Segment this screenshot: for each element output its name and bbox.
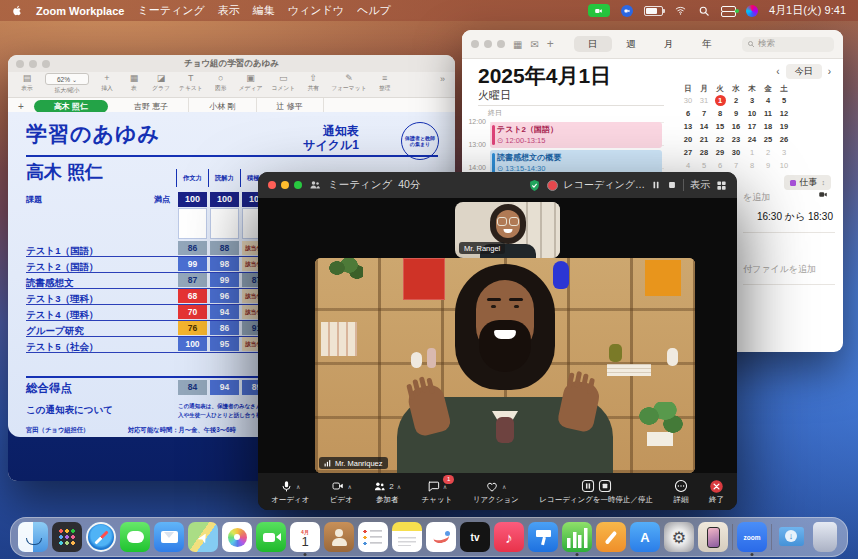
siri-icon[interactable] <box>746 5 758 17</box>
toolbar-table-button[interactable]: ▦表 <box>125 73 143 93</box>
mini-month-day[interactable]: 18 <box>760 120 776 133</box>
stop-recording-button-icon[interactable] <box>598 479 612 493</box>
view-segment[interactable]: 日 <box>574 36 612 52</box>
mini-month-day[interactable]: 22 <box>712 133 728 146</box>
screen-mirroring-icon[interactable] <box>721 6 735 15</box>
active-app-name[interactable]: Zoom Workplace <box>36 5 124 17</box>
dock-item-safari[interactable] <box>86 522 116 552</box>
mini-month-day[interactable]: 2 <box>728 94 744 107</box>
menu-item[interactable]: 表示 <box>218 3 240 18</box>
dock-item-facetime[interactable] <box>256 522 286 552</box>
mini-month-day[interactable]: 25 <box>760 133 776 146</box>
event-category-select[interactable]: 仕事 ↕ <box>784 175 832 190</box>
dock-item-appstore[interactable]: A <box>630 522 660 552</box>
sheet-tab[interactable]: 高木 照仁 <box>34 100 108 113</box>
view-segment[interactable]: 週 <box>612 36 650 52</box>
mini-month-day[interactable]: 7 <box>696 107 712 120</box>
more-control-button[interactable]: 詳細 <box>674 479 689 505</box>
toolbar-media-button[interactable]: ▣メディア <box>239 73 263 93</box>
zoom-level-select[interactable]: 62%⌄ <box>45 73 89 85</box>
mini-month-day[interactable]: 4 <box>680 159 696 172</box>
mini-month-day[interactable]: 16 <box>728 120 744 133</box>
view-segment[interactable]: 月 <box>650 36 688 52</box>
dock-item-numbers[interactable] <box>562 522 592 552</box>
mini-month-day[interactable]: 3 <box>744 94 760 107</box>
toolbar-format-button[interactable]: ✎フォーマット <box>331 73 366 93</box>
spotlight-search-icon[interactable] <box>698 5 710 17</box>
mini-month-day[interactable]: 28 <box>696 146 712 159</box>
numbers-titlebar[interactable]: チョウ組の学習のあゆみ <box>8 55 455 72</box>
mini-month-day[interactable]: 7 <box>728 159 744 172</box>
chevron-up-icon[interactable]: ∧ <box>348 483 352 490</box>
mini-month-day[interactable]: 6 <box>680 107 696 120</box>
chevron-up-icon[interactable]: ∧ <box>397 483 401 490</box>
dock-item-zoom[interactable]: zoom <box>737 522 767 552</box>
mini-month-day[interactable]: 6 <box>712 159 728 172</box>
menu-item[interactable]: ウィンドウ <box>288 3 344 18</box>
dock-item-iphone[interactable] <box>698 522 728 552</box>
next-button[interactable]: › <box>828 66 831 77</box>
dock-item-calendar[interactable]: 4月1 <box>290 522 320 552</box>
mini-month-day[interactable]: 1 <box>744 146 760 159</box>
people-control-button[interactable]: 2∧参加者 <box>373 479 401 505</box>
mini-month-day[interactable]: 29 <box>712 146 728 159</box>
toolbar-zoombox-button[interactable]: 62%⌄拡大/縮小 <box>45 73 89 95</box>
stop-recording-icon[interactable] <box>667 180 677 190</box>
dock-item-launchpad[interactable] <box>52 522 82 552</box>
mini-month-day[interactable]: 21 <box>696 133 712 146</box>
mini-month-day[interactable]: 20 <box>680 133 696 146</box>
dock-item-settings[interactable]: ⚙ <box>664 522 694 552</box>
dock-item-contacts[interactable] <box>324 522 354 552</box>
menu-item[interactable]: 編集 <box>253 3 275 18</box>
menu-item[interactable]: ヘルプ <box>357 3 391 18</box>
self-view-tile[interactable]: Mr. Rangel <box>455 202 560 258</box>
toolbar-panes-button[interactable]: ▤表示 <box>18 73 36 93</box>
mini-month-day[interactable]: 1 <box>712 94 728 107</box>
mini-month-day[interactable]: 5 <box>776 94 792 107</box>
window-controls[interactable] <box>471 40 505 48</box>
add-attachment-label[interactable]: 付ファイルを追加 <box>743 263 816 276</box>
mini-month-day[interactable]: 23 <box>728 133 744 146</box>
menu-bar-clock[interactable]: 4月1日(火) 9:41 <box>769 3 846 18</box>
chevron-up-icon[interactable]: ∧ <box>296 483 300 490</box>
view-segment[interactable]: 年 <box>688 36 726 52</box>
mini-month-day[interactable]: 13 <box>680 120 696 133</box>
menu-item[interactable]: ミーティング <box>137 3 204 18</box>
dock-item-downloads[interactable] <box>776 522 806 552</box>
view-grid-icon[interactable] <box>716 180 727 191</box>
dock-item-keynote[interactable] <box>528 522 558 552</box>
inbox-icon[interactable]: ✉ <box>530 39 538 50</box>
zoom-titlebar[interactable]: ミーティング40分 レコーディング… 表示 <box>258 172 737 198</box>
mini-month-day[interactable]: 12 <box>776 107 792 120</box>
mini-month-day[interactable]: 24 <box>744 133 760 146</box>
toolbar-chart-button[interactable]: ◪グラフ <box>152 73 170 93</box>
dock-item-pages[interactable] <box>596 522 626 552</box>
zoom-menu-icon[interactable] <box>621 5 633 17</box>
dock-item-finder[interactable] <box>18 522 48 552</box>
mini-month-day[interactable]: 17 <box>744 120 760 133</box>
mini-month-day[interactable]: 8 <box>744 159 760 172</box>
mini-month-day[interactable]: 9 <box>760 159 776 172</box>
mini-month-day[interactable]: 2 <box>760 146 776 159</box>
apple-menu-icon[interactable] <box>12 4 23 17</box>
battery-icon[interactable] <box>644 6 663 16</box>
mini-month-day[interactable]: 15 <box>712 120 728 133</box>
calendar-list-icon[interactable]: ▦ <box>513 39 522 50</box>
wifi-icon[interactable] <box>674 5 687 16</box>
video-control-button[interactable]: ∧ビデオ <box>330 479 353 505</box>
view-menu-label[interactable]: 表示 <box>690 178 710 192</box>
mini-month-day[interactable]: 14 <box>696 120 712 133</box>
toolbar-overflow-icon[interactable]: » <box>440 73 445 85</box>
video-call-icon[interactable] <box>817 190 829 199</box>
mini-month-day[interactable]: 30 <box>728 146 744 159</box>
search-field[interactable]: 検索 <box>742 37 834 52</box>
mini-month-day[interactable]: 26 <box>776 133 792 146</box>
pause-recording-button-icon[interactable] <box>581 479 595 493</box>
today-button[interactable]: 今日 <box>786 64 822 79</box>
security-shield-icon[interactable] <box>528 179 541 192</box>
heart-control-button[interactable]: ∧リアクション <box>473 479 519 505</box>
toolbar-plus-button[interactable]: +挿入 <box>98 73 116 93</box>
camera-active-icon[interactable] <box>588 4 610 17</box>
mini-month-day[interactable]: 11 <box>760 107 776 120</box>
mini-month-day[interactable]: 27 <box>680 146 696 159</box>
